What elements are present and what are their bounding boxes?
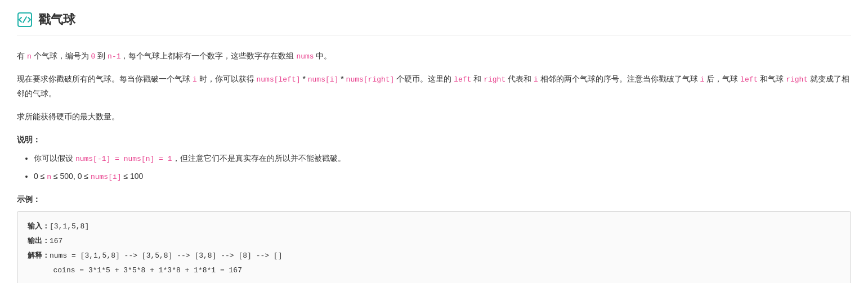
note-item-1: 你可以假设 nums[-1] = nums[n] = 1，但注意它们不是真实存在… xyxy=(34,151,851,165)
paragraph-1: 有 n 个气球，编号为 0 到 n-1，每个气球上都标有一个数字，这些数字存在数… xyxy=(17,49,851,63)
note-item-2: 0 ≤ n ≤ 500, 0 ≤ nums[i] ≤ 100 xyxy=(34,169,851,183)
example-output-label: 输出： xyxy=(28,237,50,245)
note-label: 说明： xyxy=(17,133,851,147)
example-input-line: 输入：[3,1,5,8] xyxy=(28,219,840,234)
example-label: 示例： xyxy=(17,192,851,206)
note-list: 你可以假设 nums[-1] = nums[n] = 1，但注意它们不是真实存在… xyxy=(34,151,851,183)
code-icon xyxy=(17,12,33,28)
example-input-label: 输入： xyxy=(28,222,50,231)
max-coins-text: 求所能获得硬币的最大数量。 xyxy=(17,110,851,124)
title-bar: 戳气球 xyxy=(17,11,851,35)
main-container: 戳气球 有 n 个气球，编号为 0 到 n-1，每个气球上都标有一个数字，这些数… xyxy=(0,0,868,283)
example-coins-line: coins = 3*1*5 + 3*5*8 + 1*3*8 + 1*8*1 = … xyxy=(28,263,840,278)
example-output-value: 167 xyxy=(50,237,62,245)
paragraph-3: 求所能获得硬币的最大数量。 xyxy=(17,110,851,124)
example-explain-block: 解释：nums = [3,1,5,8] --> [3,5,8] --> [3,8… xyxy=(28,249,840,263)
p1-text: 有 n 个气球，编号为 0 到 n-1，每个气球上都标有一个数字，这些数字存在数… xyxy=(17,51,332,60)
example-explain-line1: nums = [3,1,5,8] --> [3,5,8] --> [3,8] -… xyxy=(50,251,282,260)
example-explain-label: 解释： xyxy=(28,251,50,260)
example-coins-value: coins = 3*1*5 + 3*5*8 + 1*3*8 + 1*8*1 = … xyxy=(53,266,242,275)
paragraph-2: 现在要求你戳破所有的气球。每当你戳破一个气球 i 时，你可以获得 nums[le… xyxy=(17,72,851,101)
note-section: 说明： 你可以假设 nums[-1] = nums[n] = 1，但注意它们不是… xyxy=(17,133,851,183)
svg-line-1 xyxy=(23,17,26,23)
example-section: 示例： 输入：[3,1,5,8] 输出：167 解释：nums = [3,1,5… xyxy=(17,192,851,283)
page-title: 戳气球 xyxy=(38,11,75,28)
example-output-line: 输出：167 xyxy=(28,234,840,249)
example-input-value: [3,1,5,8] xyxy=(50,222,89,231)
example-box: 输入：[3,1,5,8] 输出：167 解释：nums = [3,1,5,8] … xyxy=(17,211,851,283)
